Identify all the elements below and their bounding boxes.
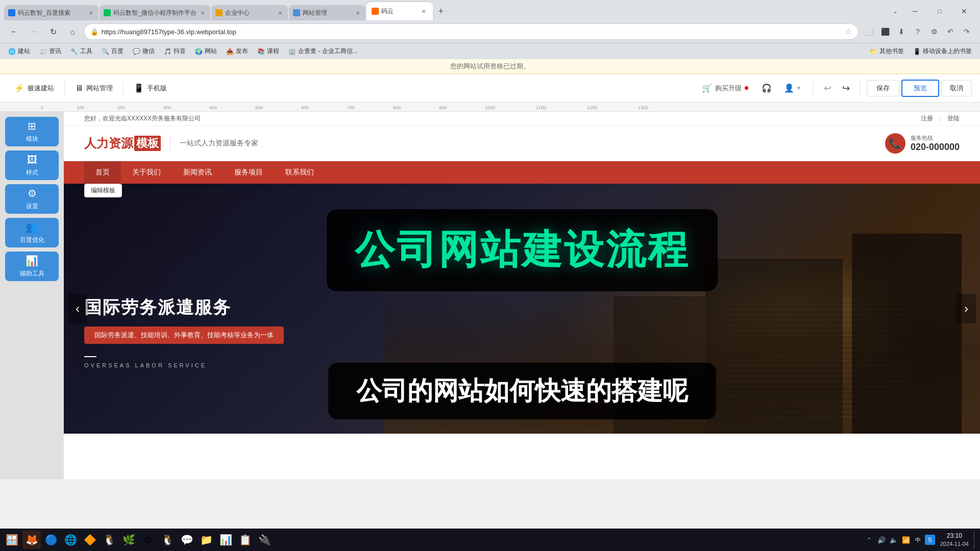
preview-button[interactable]: 预览 [901, 80, 939, 97]
start-button[interactable]: 🪟 [2, 530, 21, 549]
bookmark-mobile[interactable]: 📱 移动设备上的书签 [909, 45, 976, 57]
taskbar-app-12[interactable]: 📋 [236, 531, 254, 549]
address-input[interactable] [102, 28, 842, 36]
publish-button[interactable]: 取消 [941, 80, 972, 96]
sidebar-item-seo[interactable]: 👥 百度优化 [5, 218, 59, 247]
taskbar-app-9[interactable]: 💬 [178, 531, 196, 549]
tab-2-close[interactable]: ✕ [199, 9, 206, 16]
sidebar-item-settings[interactable]: ⚙ 设置 [5, 184, 59, 214]
settings-button[interactable]: ⚙ [927, 24, 941, 39]
tab-4[interactable]: 网站管理 ✕ [289, 5, 365, 20]
account-btn[interactable]: 👤 ▼ [779, 80, 806, 96]
support-btn[interactable]: 🎧 [756, 80, 777, 96]
quick-build-btn[interactable]: ⚡ 极速建站 [8, 80, 60, 96]
slider-badge: 国际劳务派遣、技能培训、外事教育、技能考核等业务为一体 [84, 327, 284, 344]
bookmark-wangzhan[interactable]: 🌍 网站 [191, 45, 221, 57]
refresh-button[interactable]: ↻ [45, 23, 61, 40]
minimize-button[interactable]: ─ [903, 4, 927, 18]
tray-volume[interactable]: 🔈 [889, 535, 899, 545]
site-logo-area: 人力资源 模板 一站式人力资源服务专家 [84, 135, 258, 152]
tab-2[interactable]: 码云数智_微信小程序制作平台 ✕ [100, 5, 210, 20]
mobile-btn[interactable]: 📱 手机版 [128, 80, 173, 96]
input-method-icon[interactable]: S [925, 535, 935, 545]
sidebar-item-template[interactable]: 🖼 样式 [5, 151, 59, 180]
new-tab-button[interactable]: + [434, 4, 448, 18]
show-desktop-btn[interactable] [974, 531, 978, 549]
bookmark-douyin[interactable]: 🎵 抖音 [160, 45, 190, 57]
nav-item-about[interactable]: 关于我们 [121, 161, 172, 184]
tab-1-close[interactable]: ✕ [87, 9, 94, 16]
undo-btn[interactable]: ↩ [819, 80, 836, 96]
taskbar-app-5[interactable]: 🐧 [100, 531, 118, 549]
download-button[interactable]: ⬇ [894, 24, 909, 39]
purchase-btn[interactable]: 🛒 购买升级 [696, 80, 754, 96]
nav-item-news[interactable]: 新闻资讯 [172, 161, 223, 184]
login-link[interactable]: 登陆 [947, 114, 960, 123]
close-button[interactable]: ✕ [952, 4, 976, 18]
tray-network[interactable]: 🔊 [876, 535, 887, 545]
tab-list-button[interactable]: ⌄ [888, 4, 902, 18]
home-button[interactable]: ⌂ [64, 23, 81, 40]
tab-3[interactable]: 企业中心 ✕ [211, 5, 288, 20]
taskbar-app-13[interactable]: 🔌 [255, 531, 274, 549]
extension-btn-2[interactable]: ⬛ [878, 24, 892, 39]
ime-indicator[interactable]: 中 [913, 537, 923, 543]
toolbar-divider-3 [813, 81, 813, 95]
tab-5-close[interactable]: ✕ [420, 7, 428, 15]
bookmark-other[interactable]: 📁 其他书签 [866, 45, 908, 57]
taskbar-app-firefox[interactable]: 🦊 [22, 531, 41, 549]
canvas-area: 您好，欢迎光临XXXXXX劳务服务有限公司 注册 ｜ 登陆 人力资源 模板 一站… [64, 112, 980, 479]
nav-item-contact[interactable]: 联系我们 [274, 161, 325, 184]
bookmark-zixun[interactable]: 📰 资讯 [35, 45, 65, 57]
edit-template-bubble[interactable]: 编辑模板 [84, 184, 122, 197]
tab-1[interactable]: 码云数智_百度搜索 ✕ [4, 5, 99, 20]
taskbar-app-10[interactable]: 📁 [197, 531, 215, 549]
nav-item-service[interactable]: 服务项目 [223, 161, 274, 184]
extension-btn-1[interactable]: ⬜ [862, 24, 876, 39]
history-fwd-btn[interactable]: ↷ [960, 24, 974, 39]
sidebar-item-module[interactable]: ⊞ 模块 [5, 117, 59, 146]
tab-4-close[interactable]: ✕ [354, 9, 361, 16]
slider-prev-btn[interactable]: ‹ [68, 294, 87, 323]
maximize-button[interactable]: □ [928, 4, 951, 18]
address-input-container[interactable]: 🔒 ☆ [84, 23, 859, 40]
tab-3-close[interactable]: ✕ [277, 9, 284, 16]
bookmark-fabu[interactable]: 📤 发布 [222, 45, 252, 57]
bookmark-weixin[interactable]: 💬 微信 [129, 45, 159, 57]
system-clock[interactable]: 23:10 2024-11-04 [937, 532, 972, 547]
tab-5[interactable]: 码云 ✕ [366, 2, 433, 20]
tray-show-hidden[interactable]: ⌃ [864, 535, 874, 545]
taskbar-app-4[interactable]: 🔶 [81, 531, 99, 549]
help-button[interactable]: ? [911, 24, 925, 39]
history-back-btn[interactable]: ↶ [943, 24, 958, 39]
back-button[interactable]: ← [6, 23, 22, 40]
bookmark-qichacha[interactable]: 🏢 企查查 - 企业工商信... [284, 45, 362, 57]
tray-wifi[interactable]: 📶 [901, 535, 911, 545]
register-link[interactable]: 注册 [921, 114, 933, 123]
taskbar-app-7[interactable]: ⚙ [139, 531, 157, 549]
nav-item-home[interactable]: 首页 编辑模板 [84, 161, 121, 184]
save-button[interactable]: 保存 [867, 80, 899, 96]
sidebar-item-tools[interactable]: 📊 辅助工具 [5, 252, 59, 281]
taskbar-app-8[interactable]: 🐧 [158, 531, 177, 549]
bookmark-qichacha-icon: 🏢 [288, 48, 296, 55]
redo-btn[interactable]: ↪ [838, 80, 854, 96]
taskbar-app-11[interactable]: 📊 [216, 531, 235, 549]
bookmark-kecheng[interactable]: 📚 课程 [253, 45, 283, 57]
site-manage-btn[interactable]: 🖥 网站管理 [69, 81, 119, 96]
tab-4-favicon [293, 9, 300, 16]
taskbar-app-chrome[interactable]: 🔵 [42, 531, 60, 549]
bookmark-baidu[interactable]: 🔍 百度 [97, 45, 128, 57]
editor-toolbar: ⚡ 极速建站 🖥 网站管理 📱 手机版 🛒 购买升级 🎧 👤 ▼ ↩ ↪ 保存 … [0, 74, 980, 103]
site-hotline: 📞 服务热线 020-000000 [885, 133, 960, 154]
bookmark-gongju[interactable]: 🔧 工具 [66, 45, 96, 57]
bookmark-jianzhan[interactable]: 🌐 建站 [4, 45, 34, 57]
tab-2-title: 码云数智_微信小程序制作平台 [113, 9, 197, 17]
slider-next-btn[interactable]: › [957, 294, 976, 323]
forward-button[interactable]: → [26, 23, 42, 40]
taskbar-app-edge[interactable]: 🌐 [61, 531, 80, 549]
star-icon[interactable]: ☆ [845, 28, 852, 36]
site-header: 人力资源 模板 一站式人力资源服务专家 📞 服务热线 020-000000 [64, 126, 980, 161]
logo-text-part1: 人力资源 [84, 135, 133, 152]
taskbar-app-6[interactable]: 🌿 [119, 531, 138, 549]
